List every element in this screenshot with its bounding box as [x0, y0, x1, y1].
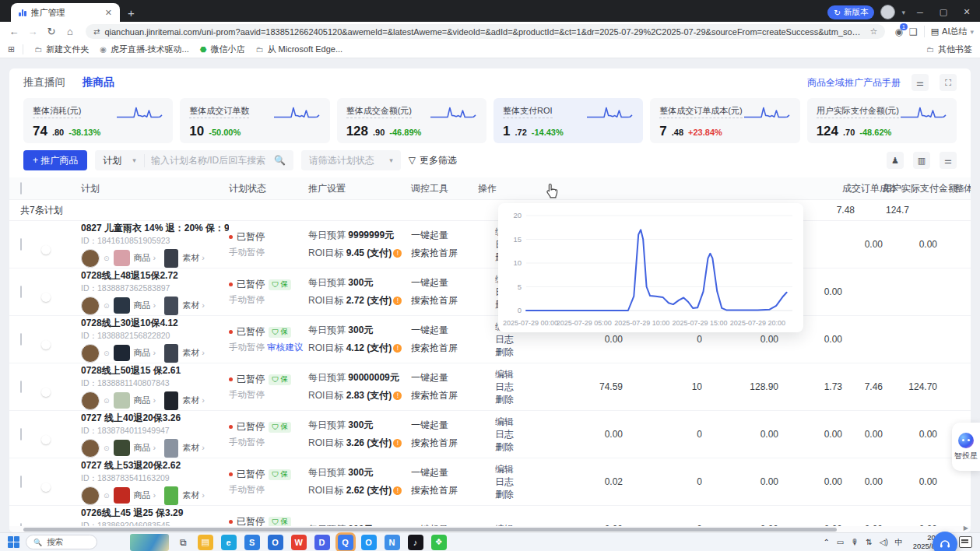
row-checkbox[interactable] — [20, 476, 22, 488]
bookmark-item[interactable]: ◉虎牙直播-技术驱动... — [100, 44, 189, 55]
taskbar-search[interactable]: 🔍搜索 — [26, 535, 97, 549]
active-browser-icon[interactable]: Q — [338, 535, 353, 550]
row-checkbox[interactable] — [20, 333, 22, 346]
material-link[interactable]: 素材 › — [182, 252, 205, 264]
product-manual-link[interactable]: 商品全域推广产品手册 — [807, 76, 901, 89]
columns-icon[interactable]: ▥ — [913, 152, 930, 169]
search-icon[interactable]: 🔍 — [274, 155, 293, 166]
reload-button[interactable]: ↻ — [44, 26, 59, 37]
product-link[interactable]: 商品 › — [134, 395, 156, 406]
browser-tab[interactable]: 推广管理 ✕ — [11, 3, 120, 22]
review-suggestion-link[interactable]: 审核建议 — [265, 342, 303, 352]
volume-icon[interactable]: ◁) — [880, 538, 888, 546]
audience-icon[interactable]: ♟ — [887, 152, 904, 169]
row-checkbox[interactable] — [20, 428, 22, 440]
maximize-button[interactable]: ▢ — [935, 7, 952, 17]
bookmark-item[interactable]: ⬣微信小店 — [200, 44, 245, 55]
bookmark-item[interactable]: 🗀从 Microsoft Edge... — [256, 44, 343, 55]
plan-status-select[interactable]: 请筛选计划状态▾ — [301, 150, 401, 170]
search-top-screen[interactable]: 搜索抢首屏 — [411, 247, 478, 260]
apps-grid-icon[interactable]: ⊞ — [8, 44, 23, 54]
row-checkbox[interactable] — [20, 381, 22, 393]
compass-app-icon[interactable]: O — [361, 535, 377, 550]
close-button[interactable]: ✕ — [958, 7, 975, 17]
header-metric-5[interactable]: 成交订单成本⇅ — [842, 182, 883, 195]
ime-indicator[interactable]: 中 — [895, 537, 903, 548]
edit-link[interactable]: 编辑 — [478, 368, 514, 381]
new-tab-button[interactable]: + — [128, 6, 135, 19]
customer-service-button[interactable] — [933, 532, 957, 551]
row-checkbox[interactable] — [20, 238, 22, 251]
search-top-screen[interactable]: 搜索抢首屏 — [411, 484, 478, 497]
wps-icon[interactable]: W — [291, 535, 307, 550]
one-key-boost[interactable]: 一键起量 — [411, 324, 478, 337]
stat-card-1[interactable]: 整体成交订单数10-50.00% — [180, 98, 329, 143]
stat-card-0[interactable]: 整体消耗(元)74.80-38.13% — [23, 98, 173, 143]
delete-link[interactable]: 删除 — [478, 440, 514, 453]
product-link[interactable]: 商品 › — [134, 252, 156, 264]
product-link[interactable]: 商品 › — [134, 347, 156, 359]
extension-icon[interactable]: ◉1 — [894, 26, 902, 37]
tab-close-icon[interactable]: ✕ — [105, 8, 112, 18]
material-link[interactable]: 素材 › — [182, 300, 205, 311]
plan-type-select[interactable]: 计划▾ — [95, 154, 145, 167]
table-settings-icon[interactable]: ⚌ — [940, 152, 957, 169]
douyin-icon[interactable]: ♪ — [408, 535, 423, 550]
url-bar[interactable]: ⇄ qianchuan.jinritemai.com/uni-prom?aavi… — [86, 24, 885, 39]
stat-card-4[interactable]: 整体成交订单成本(元)7.48+23.84% — [650, 98, 799, 143]
material-link[interactable]: 素材 › — [182, 442, 205, 454]
log-link[interactable]: 日志 — [478, 428, 514, 440]
scroll-right-arrow-icon[interactable]: ▶ — [964, 525, 968, 532]
delete-link[interactable]: 删除 — [478, 346, 514, 358]
file-explorer-icon[interactable]: ▤ — [198, 535, 213, 550]
one-key-boost[interactable]: 一键起量 — [411, 229, 478, 242]
one-key-boost[interactable]: 一键起量 — [411, 466, 478, 479]
edit-link[interactable]: 编辑 — [478, 463, 514, 476]
forward-button[interactable]: → — [25, 26, 40, 37]
widgets-weather-thumbnail[interactable] — [130, 534, 169, 551]
delete-link[interactable]: 删除 — [478, 488, 514, 500]
stat-card-2[interactable]: 整体成交金额(元)128.90-46.89% — [337, 98, 486, 143]
bookmark-star-icon[interactable]: ☆ — [870, 26, 878, 37]
promote-product-button[interactable]: + 推广商品 — [23, 150, 87, 170]
home-button[interactable]: ⌂ — [62, 26, 78, 37]
header-metric-6[interactable]: 用户实际支付金额⇅ — [883, 182, 937, 195]
product-link[interactable]: 商品 › — [134, 490, 156, 501]
edit-link[interactable]: 编辑 — [478, 416, 514, 428]
material-link[interactable]: 素材 › — [182, 490, 205, 501]
touchpad-icon[interactable]: ▭ — [837, 538, 844, 546]
browser-avatar[interactable] — [880, 5, 895, 19]
ai-summary-button[interactable]: ▤AI总结▾ — [924, 26, 974, 37]
stat-card-3[interactable]: 整体支付ROI1.72-14.43% — [494, 98, 643, 143]
product-link[interactable]: 商品 › — [134, 442, 156, 454]
search-top-screen[interactable]: 搜索抢首屏 — [411, 342, 478, 355]
microsoft-store-icon[interactable]: S — [244, 535, 260, 550]
chevron-down-icon[interactable]: ▾ — [901, 9, 905, 16]
one-key-boost[interactable]: 一键起量 — [411, 419, 478, 432]
row-checkbox[interactable] — [20, 286, 22, 298]
other-bookmarks[interactable]: 🗀其他书签 — [926, 44, 972, 55]
material-link[interactable]: 素材 › — [182, 395, 205, 406]
tab-product[interactable]: 推商品 — [83, 75, 114, 89]
assistant-widget[interactable]: 智投星 — [952, 423, 980, 471]
docs-app-icon[interactable]: D — [314, 535, 330, 550]
plan-search-input[interactable] — [145, 155, 274, 166]
delete-link[interactable]: 删除 — [478, 393, 514, 405]
one-key-boost[interactable]: 一键起量 — [411, 371, 478, 384]
extensions-puzzle-icon[interactable]: ❑ — [909, 26, 918, 37]
more-filters-button[interactable]: ▽更多筛选 — [409, 154, 457, 167]
notes-app-icon[interactable]: N — [385, 535, 400, 550]
scrollbar-thumb[interactable] — [23, 528, 837, 532]
notification-center-icon[interactable] — [959, 536, 972, 548]
task-view-icon[interactable]: ⧉ — [180, 537, 187, 548]
metric-settings-icon[interactable]: ⚌ — [912, 74, 929, 91]
search-top-screen[interactable]: 搜索抢首屏 — [411, 437, 478, 450]
log-link[interactable]: 日志 — [478, 381, 514, 393]
new-version-button[interactable]: ↻新版本 — [827, 5, 874, 19]
horizontal-scrollbar[interactable]: ▶ — [9, 526, 971, 532]
log-link[interactable]: 日志 — [478, 476, 514, 488]
fullscreen-icon[interactable]: ⛶ — [940, 74, 957, 91]
edge-browser-icon[interactable]: e — [221, 535, 237, 550]
minimize-button[interactable]: ─ — [912, 8, 929, 17]
site-info-icon[interactable]: ⇄ — [93, 27, 100, 36]
